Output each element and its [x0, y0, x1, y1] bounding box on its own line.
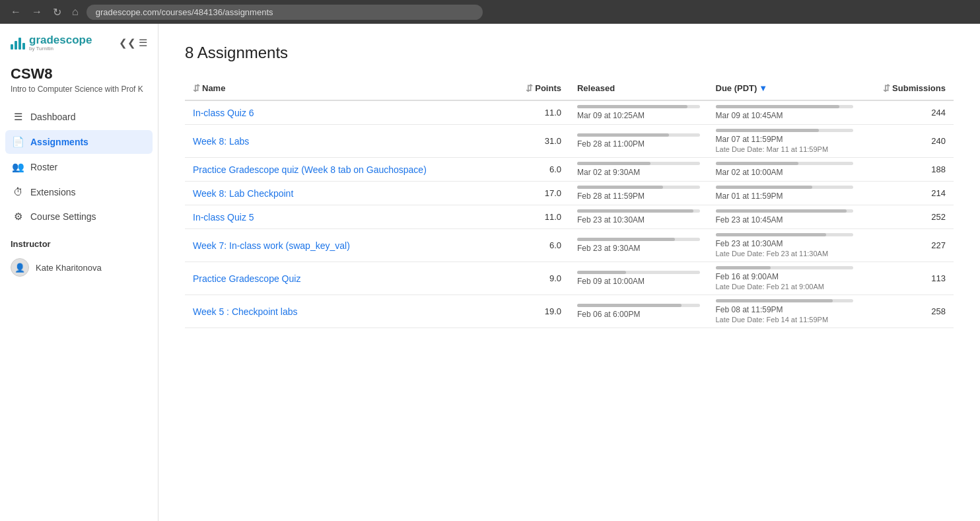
cell-points: 31.0: [508, 125, 569, 158]
col-header-points[interactable]: ⇵ Points: [508, 78, 569, 100]
dashboard-icon: ☰: [12, 111, 24, 123]
table-header: ⇵ Name ⇵ Points Released: [185, 78, 954, 100]
cell-submissions: 227: [861, 229, 954, 262]
cell-due: Feb 23 at 10:45AM: [708, 205, 862, 229]
cell-due: Mar 09 at 10:45AM: [708, 100, 862, 125]
collapse-sidebar-button[interactable]: ❮❮ ☰: [119, 37, 147, 49]
sidebar-item-dashboard[interactable]: ☰ Dashboard: [5, 105, 153, 129]
cell-submissions: 240: [861, 125, 954, 158]
sidebar: gradescope by Turnitin ❮❮ ☰ CSW8 Intro t…: [0, 24, 158, 521]
assignment-link[interactable]: Week 8: Lab Checkpoint: [193, 188, 293, 199]
app-container: gradescope by Turnitin ❮❮ ☰ CSW8 Intro t…: [0, 24, 980, 521]
assignment-link[interactable]: Practice Gradescope Quiz: [193, 273, 300, 284]
progress-bar-fill: [577, 209, 693, 213]
due-date: Feb 23 at 10:45AM: [716, 215, 854, 225]
sidebar-item-roster[interactable]: 👥 Roster: [5, 155, 153, 179]
instructor-item[interactable]: 👤 Kate Kharitonova: [0, 253, 158, 282]
assignment-link[interactable]: In-class Quiz 5: [193, 212, 254, 223]
sidebar-nav: ☰ Dashboard 📄 Assignments 👥 Roster ⏱ Ext…: [0, 105, 158, 228]
cell-submissions: 244: [861, 100, 954, 125]
cell-points: 11.0: [508, 205, 569, 229]
late-due-date: Late Due Date: Mar 11 at 11:59PM: [716, 145, 854, 153]
url-bar[interactable]: gradescope.com/courses/484136/assignment…: [87, 5, 483, 20]
cell-points: 19.0: [508, 295, 569, 328]
assignments-icon: 📄: [12, 136, 24, 148]
assignment-link[interactable]: In-class Quiz 6: [193, 108, 254, 118]
due-progress-bar-fill: [716, 186, 812, 189]
cell-points: 6.0: [508, 158, 569, 182]
sidebar-header: gradescope by Turnitin ❮❮ ☰: [0, 24, 158, 60]
progress-bar-bg: [577, 162, 700, 165]
col-header-name[interactable]: ⇵ Name: [185, 78, 508, 100]
page-title: 8 Assignments: [185, 44, 954, 62]
released-date: Feb 28 at 11:00PM: [577, 139, 700, 149]
sidebar-item-extensions[interactable]: ⏱ Extensions: [5, 180, 153, 203]
logo-main-text: gradescope: [29, 34, 92, 46]
cell-submissions: 113: [861, 262, 954, 295]
released-date: Feb 23 at 10:30AM: [577, 215, 700, 225]
main-content: 8 Assignments ⇵ Name ⇵ Points: [158, 24, 980, 521]
due-date: Mar 07 at 11:59PM: [716, 135, 854, 144]
due-progress-bar-bg: [716, 209, 854, 213]
col-due-label: Due (PDT): [716, 83, 757, 93]
browser-chrome: ← → ↻ ⌂ gradescope.com/courses/484136/as…: [0, 0, 980, 24]
cell-due: Mar 02 at 10:00AM: [708, 158, 862, 182]
progress-bar-bg: [577, 238, 700, 241]
sort-due-icon: ▼: [759, 83, 767, 93]
cell-points: 6.0: [508, 229, 569, 262]
sidebar-item-assignments[interactable]: 📄 Assignments: [5, 130, 153, 154]
course-name: Intro to Computer Science with Prof K: [11, 84, 147, 95]
table-row: Week 5 : Checkpoint labs 19.0 Feb 06 at …: [185, 295, 954, 328]
due-progress-bar-fill: [716, 209, 847, 213]
cell-points: 11.0: [508, 100, 569, 125]
table-row: In-class Quiz 6 11.0 Mar 09 at 10:25AM M…: [185, 100, 954, 125]
col-header-released[interactable]: Released: [569, 78, 708, 100]
home-button[interactable]: ⌂: [69, 5, 81, 19]
cell-submissions: 188: [861, 158, 954, 182]
reload-button[interactable]: ↻: [50, 5, 64, 20]
due-date: Mar 01 at 11:59PM: [716, 191, 854, 201]
progress-bar-fill: [577, 304, 682, 307]
assignment-link[interactable]: Week 7: In-class work (swap_key_val): [193, 240, 350, 251]
progress-bar-bg: [577, 105, 700, 108]
cell-name: Week 7: In-class work (swap_key_val): [185, 229, 508, 262]
progress-bar-bg: [577, 209, 700, 213]
col-header-submissions[interactable]: ⇵ Submissions: [861, 78, 954, 100]
released-date: Mar 09 at 10:25AM: [577, 111, 700, 120]
cell-submissions: 258: [861, 295, 954, 328]
instructor-section-label: Instructor: [0, 228, 158, 253]
sort-name-icon: ⇵: [193, 83, 200, 93]
back-button[interactable]: ←: [8, 5, 24, 19]
table-row: Week 8: Lab Checkpoint 17.0 Feb 28 at 11…: [185, 182, 954, 205]
assignment-link[interactable]: Practice Gradescope quiz (Week 8 tab on …: [193, 164, 427, 175]
progress-bar-fill: [577, 271, 626, 274]
sort-points-icon: ⇵: [526, 83, 533, 93]
roster-icon: 👥: [12, 161, 24, 173]
due-progress-bar-fill: [716, 299, 833, 302]
due-progress-bar-bg: [716, 186, 854, 189]
cell-name: Practice Gradescope Quiz: [185, 262, 508, 295]
sidebar-item-label-extensions: Extensions: [30, 187, 75, 197]
late-due-date: Late Due Date: Feb 14 at 11:59PM: [716, 316, 854, 324]
due-progress-bar-bg: [716, 162, 854, 165]
cell-submissions: 252: [861, 205, 954, 229]
instructor-name: Kate Kharitonova: [36, 263, 102, 273]
col-name-label: Name: [202, 83, 225, 93]
progress-bar-bg: [577, 133, 700, 137]
logo-bar-2: [15, 41, 17, 50]
forward-button[interactable]: →: [29, 5, 45, 19]
col-header-due[interactable]: Due (PDT) ▼: [708, 78, 862, 100]
cell-name: Week 5 : Checkpoint labs: [185, 295, 508, 328]
sort-submissions-icon: ⇵: [883, 83, 890, 93]
sidebar-item-label-roster: Roster: [30, 162, 57, 172]
late-due-date: Late Due Date: Feb 21 at 9:00AM: [716, 283, 854, 291]
progress-bar-bg: [577, 304, 700, 307]
assignment-link[interactable]: Week 8: Labs: [193, 136, 249, 147]
table-row: In-class Quiz 5 11.0 Feb 23 at 10:30AM F…: [185, 205, 954, 229]
due-date: Feb 16 at 9:00AM: [716, 272, 854, 281]
sidebar-item-course-settings[interactable]: ⚙ Course Settings: [5, 205, 153, 228]
due-progress-bar-bg: [716, 105, 854, 108]
assignment-link[interactable]: Week 5 : Checkpoint labs: [193, 306, 298, 317]
logo-text: gradescope by Turnitin: [29, 34, 92, 52]
due-date: Feb 08 at 11:59PM: [716, 305, 854, 314]
